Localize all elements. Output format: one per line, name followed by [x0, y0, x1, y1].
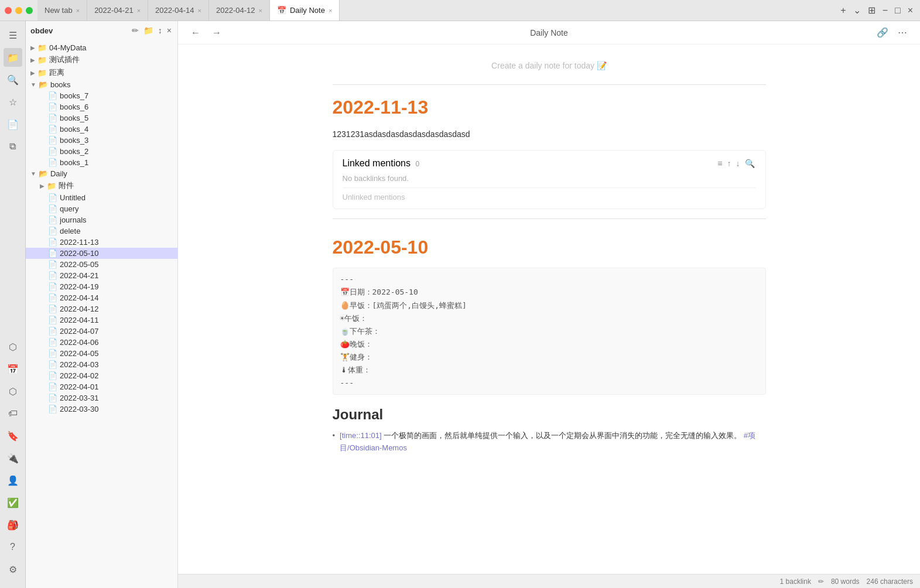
note-icon[interactable]: 📄 [4, 115, 22, 134]
close-button[interactable]: × [905, 4, 915, 17]
tree-item-2022-04-02[interactable]: 📄2022-04-02 [26, 370, 177, 381]
tab-2022-04-21[interactable]: 2022-04-21× [87, 0, 148, 20]
minimize-button[interactable]: − [880, 4, 890, 17]
sidebar-tree: ▶📁04-MyData▶📁测试插件▶📁距离▼📂books📄books_7📄boo… [26, 40, 177, 588]
tree-item-2022-04-07[interactable]: 📄2022-04-07 [26, 326, 177, 337]
tree-item-2022-03-30[interactable]: 📄2022-03-30 [26, 404, 177, 415]
tab-daily-note[interactable]: 📅Daily Note× [270, 0, 340, 20]
tab-close-2022-04-21[interactable]: × [137, 7, 141, 14]
tree-label: 2022-04-02 [60, 371, 99, 380]
tags-icon[interactable]: 🏷 [4, 404, 22, 423]
split-view-button[interactable]: ⊞ [866, 4, 878, 17]
tree-item-books_5[interactable]: 📄books_5 [26, 112, 177, 124]
frontmatter-line: 🍵下午茶： [340, 325, 758, 338]
folder-icon: 📂 [39, 80, 48, 89]
files-icon[interactable]: 📁 [4, 48, 22, 67]
forward-button[interactable]: → [208, 26, 225, 39]
tree-item-2022-05-05[interactable]: 📄2022-05-05 [26, 259, 177, 270]
sort-asc-button[interactable]: ↑ [726, 158, 733, 169]
help-icon[interactable]: ? [4, 538, 22, 556]
star-icon[interactable]: ☆ [4, 93, 22, 111]
back-button[interactable]: ← [187, 26, 204, 39]
tree-item-books_6[interactable]: 📄books_6 [26, 101, 177, 112]
bookmark-icon[interactable]: 🔖 [4, 426, 22, 445]
tree-item-2022-11-13[interactable]: 📄2022-11-13 [26, 237, 177, 248]
file-icon: 📄 [48, 227, 57, 235]
tree-item-books_7[interactable]: 📄books_7 [26, 90, 177, 101]
list-view-button[interactable]: ≡ [716, 158, 723, 169]
tree-item-2022-04-05[interactable]: 📄2022-04-05 [26, 348, 177, 359]
backpack-icon[interactable]: 🎒 [4, 515, 22, 534]
tab-close-new-tab[interactable]: × [76, 7, 80, 14]
tree-item-距离[interactable]: ▶📁距离 [26, 66, 177, 79]
tree-item-2022-04-19[interactable]: 📄2022-04-19 [26, 281, 177, 292]
tree-item-Untitled[interactable]: 📄Untitled [26, 192, 177, 203]
create-daily-note[interactable]: Create a daily note for today 📝 [333, 56, 766, 80]
tree-item-2022-04-03[interactable]: 📄2022-04-03 [26, 359, 177, 370]
sort-button[interactable]: ↕ [157, 25, 163, 36]
tree-item-04-MyData[interactable]: ▶📁04-MyData [26, 42, 177, 53]
graph-icon[interactable]: ⬡ [4, 337, 22, 356]
tree-item-books_2[interactable]: 📄books_2 [26, 146, 177, 157]
minimize-window-button[interactable] [15, 7, 22, 14]
connections-icon[interactable]: ⬡ [4, 382, 22, 401]
tree-item-2022-04-11[interactable]: 📄2022-04-11 [26, 314, 177, 326]
new-folder-button[interactable]: 📁 [142, 25, 155, 36]
tree-item-测试插件[interactable]: ▶📁测试插件 [26, 53, 177, 66]
file-icon: 📄 [48, 147, 57, 156]
new-note-button[interactable]: ✏ [131, 25, 140, 36]
tab-close-daily-note[interactable]: × [329, 7, 332, 14]
tree-item-2022-04-12[interactable]: 📄2022-04-12 [26, 303, 177, 314]
tree-label: books_4 [60, 125, 88, 134]
tree-item-books[interactable]: ▼📂books [26, 79, 177, 90]
tree-item-books_4[interactable]: 📄books_4 [26, 124, 177, 135]
restore-button[interactable]: □ [892, 4, 903, 17]
settings-icon[interactable]: ⚙ [4, 560, 22, 579]
close-window-button[interactable] [5, 7, 12, 14]
file-icon: 📄 [48, 136, 57, 145]
search-icon[interactable]: 🔍 [4, 70, 22, 89]
tree-item-query[interactable]: 📄query [26, 203, 177, 214]
tab-list-button[interactable]: ⌄ [851, 4, 863, 17]
tree-label: 2022-04-19 [60, 282, 99, 291]
tree-item-2022-04-06[interactable]: 📄2022-04-06 [26, 337, 177, 348]
tab-new-tab[interactable]: New tab× [37, 0, 87, 20]
copy-icon[interactable]: ⧉ [4, 137, 22, 156]
tree-item-Daily[interactable]: ▼📂Daily [26, 168, 177, 179]
tab-2022-04-12[interactable]: 2022-04-12× [209, 0, 270, 20]
tree-item-附件[interactable]: ▶📁附件 [26, 179, 177, 192]
sidebar-toggle-icon[interactable]: ☰ [4, 26, 22, 45]
tree-item-books_3[interactable]: 📄books_3 [26, 135, 177, 146]
file-icon: 📄 [48, 193, 57, 202]
tree-item-2022-04-14[interactable]: 📄2022-04-14 [26, 292, 177, 303]
tab-close-2022-04-14[interactable]: × [198, 7, 201, 14]
sort-desc-button[interactable]: ↓ [735, 158, 741, 169]
new-tab-button[interactable]: + [838, 4, 848, 17]
tab-2022-04-14[interactable]: 2022-04-14× [148, 0, 209, 20]
tree-item-2022-03-31[interactable]: 📄2022-03-31 [26, 392, 177, 404]
tree-item-journals[interactable]: 📄journals [26, 214, 177, 225]
collapse-button[interactable]: × [166, 25, 173, 36]
link-button[interactable]: 🔗 [873, 26, 892, 39]
file-icon: 📄 [48, 382, 57, 391]
calendar-icon[interactable]: 📅 [4, 360, 22, 378]
plugins-icon[interactable]: 🔌 [4, 449, 22, 467]
tree-item-2022-04-21[interactable]: 📄2022-04-21 [26, 270, 177, 281]
tree-item-2022-04-01[interactable]: 📄2022-04-01 [26, 381, 177, 392]
checklist-icon[interactable]: ✅ [4, 493, 22, 512]
tab-close-2022-04-12[interactable]: × [259, 7, 262, 14]
more-button[interactable]: ⋯ [894, 26, 911, 39]
tab-label-2022-04-14: 2022-04-14 [155, 6, 194, 15]
tree-item-delete[interactable]: 📄delete [26, 225, 177, 237]
file-icon: 📄 [48, 102, 57, 111]
tree-item-2022-05-10[interactable]: 📄2022-05-10 [26, 248, 177, 259]
file-icon: 📄 [48, 204, 57, 213]
search-backlinks-button[interactable]: 🔍 [744, 158, 756, 169]
person-icon[interactable]: 👤 [4, 471, 22, 490]
folder-icon: 📁 [47, 182, 56, 190]
time-link[interactable]: [time::11:01] [340, 431, 382, 440]
tree-item-books_1[interactable]: 📄books_1 [26, 157, 177, 168]
maximize-window-button[interactable] [26, 7, 33, 14]
tree-arrow-icon: ▶ [30, 57, 35, 63]
tree-label: 2022-04-14 [60, 293, 99, 302]
